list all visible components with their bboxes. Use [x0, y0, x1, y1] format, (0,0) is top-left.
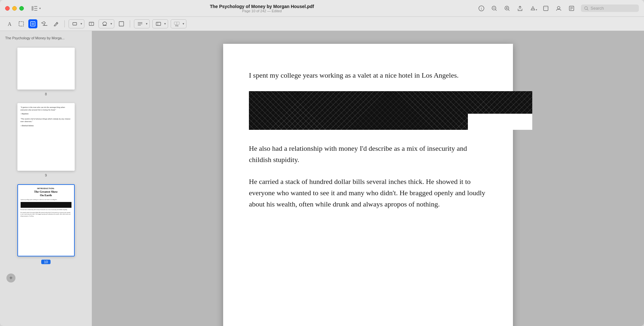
page-9-number: 9	[45, 173, 47, 177]
minimize-button[interactable]	[12, 6, 17, 11]
svg-rect-36	[119, 22, 124, 26]
svg-rect-14	[544, 6, 548, 11]
page-9-thumbnail[interactable]: "A genius is the man who can do the aver…	[17, 103, 75, 171]
svg-point-20	[585, 6, 588, 9]
info-button[interactable]: i	[478, 5, 485, 12]
svg-line-12	[508, 10, 509, 11]
svg-line-8	[496, 10, 497, 11]
zoom-in-icon	[504, 5, 510, 11]
color-icon: Aa	[173, 21, 180, 27]
page-9-content: "A genius is the man who can do the aver…	[17, 103, 75, 171]
sidebar-toggle-button[interactable]: ▾	[29, 5, 43, 12]
close-button[interactable]	[5, 6, 10, 11]
draw-icon	[53, 21, 59, 27]
align-tool-group: ▾	[134, 19, 150, 28]
zoom-out-icon	[491, 5, 497, 11]
border-style-icon	[155, 21, 162, 27]
separator-2	[130, 20, 130, 27]
stamp-tool-group: ▾	[99, 19, 114, 28]
svg-text:T: T	[91, 23, 92, 25]
highlight-icon	[530, 5, 536, 11]
page-10-number-wrapper: 10	[41, 258, 50, 264]
main-content: The Psychology of Money by Morga... 8 "A…	[0, 31, 644, 326]
search-input[interactable]	[591, 6, 636, 11]
page-10-content: INTRODUCTION: The Greatest ShowOn Earth …	[18, 185, 74, 256]
rect-select-tool-button[interactable]	[17, 19, 26, 28]
page-10-body1: I spent my college years working as a va…	[21, 199, 71, 201]
document-title: The Psychology of Money by Morgan Housel…	[210, 4, 314, 9]
search-icon	[584, 6, 589, 11]
stamp-tool-chevron[interactable]: ▾	[110, 22, 113, 25]
page-9-number-wrapper: 9	[45, 172, 47, 178]
page-9-author1: —Napoleon	[21, 113, 71, 115]
markup-icon	[569, 5, 574, 11]
align-chevron[interactable]: ▾	[145, 22, 148, 25]
svg-text:i: i	[481, 6, 482, 10]
pdf-paragraph-3: He carried a stack of hundred dollar bil…	[249, 176, 487, 210]
document-subtitle: Page 10 of 242 — Edited	[242, 9, 282, 13]
svg-rect-23	[19, 22, 24, 26]
stamp-icon	[101, 21, 108, 27]
redact-tool-button[interactable]	[40, 19, 49, 28]
markup-button[interactable]	[568, 5, 575, 12]
select-icon	[30, 21, 36, 27]
redact-icon	[41, 21, 48, 27]
draw-tool-button[interactable]	[52, 19, 61, 28]
svg-rect-0	[32, 6, 33, 11]
sidebar-toggle-chevron: ▾	[39, 7, 41, 10]
text-box-tool-button[interactable]: T	[87, 19, 96, 28]
pdf-paragraph-2: He also had a relationship with money I'…	[249, 143, 487, 165]
color-tool-button[interactable]: Aa	[172, 19, 181, 28]
resize-button[interactable]	[542, 5, 549, 12]
highlight-button[interactable]: ▾	[529, 5, 536, 12]
page-9-quote2: "The world is full of obvious things whi…	[21, 118, 71, 123]
title-info: The Psychology of Money by Morgan Housel…	[46, 4, 478, 13]
search-bar[interactable]	[581, 5, 639, 12]
traffic-lights	[5, 6, 24, 11]
select-tool-button[interactable]	[28, 19, 37, 28]
zoom-out-button[interactable]	[491, 5, 498, 12]
page-9-author2: —Sherlock Holmes	[21, 125, 71, 127]
border-style-button[interactable]	[154, 19, 163, 28]
shape-tool-button[interactable]	[70, 19, 79, 28]
share-button[interactable]	[516, 5, 524, 12]
svg-rect-29	[73, 23, 77, 25]
svg-point-15	[557, 6, 560, 9]
toolbar-icons: i	[478, 5, 639, 12]
page-8-thumbnail[interactable]	[17, 48, 75, 90]
annotation-bar: A	[0, 17, 644, 31]
resize-icon	[543, 5, 549, 11]
text-tool-button[interactable]: A	[5, 19, 14, 28]
page-8-container: 8	[17, 48, 75, 97]
sidebar: The Psychology of Money by Morga... 8 "A…	[0, 31, 92, 326]
shape-tool-chevron[interactable]: ▾	[80, 22, 83, 25]
svg-rect-2	[34, 8, 37, 9]
align-tool-button[interactable]	[136, 19, 145, 28]
svg-point-32	[103, 22, 107, 25]
svg-rect-25	[32, 23, 34, 25]
page-10-container: INTRODUCTION: The Greatest ShowOn Earth …	[17, 184, 75, 264]
pdf-page: I spent my college years working as a va…	[223, 44, 513, 326]
page-10-title: The Greatest ShowOn Earth	[21, 190, 71, 197]
pdf-area[interactable]: I spent my college years working as a va…	[92, 31, 644, 326]
add-page-button[interactable]: +	[6, 273, 15, 283]
info-icon: i	[478, 5, 484, 11]
svg-text:A: A	[8, 21, 12, 27]
rect-select-icon	[18, 21, 24, 27]
svg-rect-1	[34, 6, 37, 7]
separator-1	[64, 20, 65, 27]
share-icon	[517, 5, 523, 11]
border-tool-button[interactable]	[117, 19, 126, 28]
page-8-number-wrapper: 8	[45, 91, 47, 97]
stamp-tool-button[interactable]	[100, 19, 109, 28]
zoom-button[interactable]	[19, 6, 24, 11]
shape-icon	[72, 21, 78, 27]
user-button[interactable]	[555, 5, 562, 12]
svg-line-28	[56, 23, 57, 24]
page-10-thumbnail[interactable]: INTRODUCTION: The Greatest ShowOn Earth …	[17, 184, 75, 256]
color-tool-chevron[interactable]: ▾	[182, 22, 185, 25]
color-tool-group: Aa ▾	[171, 19, 186, 28]
redaction-block	[249, 91, 532, 130]
zoom-in-button[interactable]	[504, 5, 511, 12]
border-style-chevron[interactable]: ▾	[164, 22, 166, 25]
